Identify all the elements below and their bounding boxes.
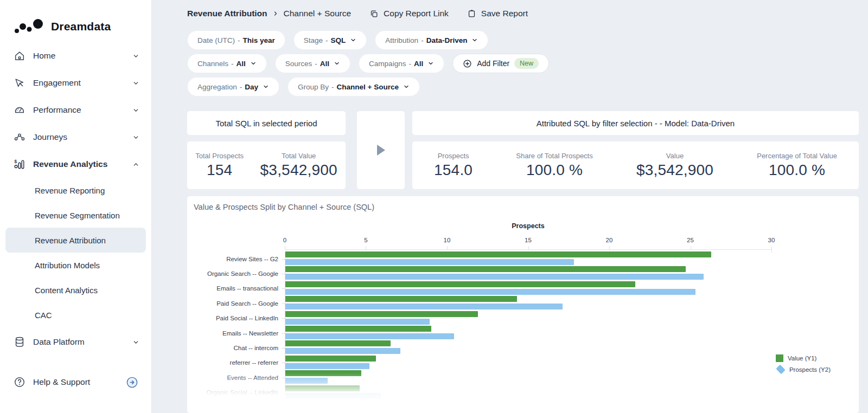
- prospects-bar[interactable]: [285, 259, 574, 265]
- breadcrumb: Revenue Attribution Channel + Source: [187, 9, 351, 18]
- filter-campaigns[interactable]: Campaigns - All: [359, 54, 444, 73]
- sidebar-item-revenue-attribution[interactable]: Revenue Attribution: [5, 228, 146, 253]
- value-bar[interactable]: [285, 356, 376, 362]
- stat-prospects: Prospects 154.0: [434, 152, 473, 179]
- stat-percentage-of-total-value: Percentage of Total Value 100.0 %: [757, 152, 837, 179]
- value-bar[interactable]: [285, 296, 517, 302]
- value-bar[interactable]: [285, 251, 711, 257]
- stat-value: 100.0 %: [757, 162, 837, 179]
- chart-bar-group: Paid Search -- Google: [285, 296, 771, 311]
- value-bar[interactable]: [285, 266, 686, 272]
- legend-item[interactable]: Prospects (Y2): [776, 364, 831, 375]
- sidebar-item-label: Journeys: [33, 132, 132, 142]
- sidebar-item-cac[interactable]: CAC: [5, 302, 146, 327]
- chart-bar-group: Review Sites -- G2: [285, 251, 771, 266]
- filter-separator: -: [315, 60, 317, 68]
- sidebar-item-performance[interactable]: Performance: [0, 96, 151, 124]
- value-bar[interactable]: [285, 326, 431, 332]
- cursor-icon: [13, 76, 26, 89]
- category-tick: [282, 378, 285, 378]
- filter-sources[interactable]: Sources - All: [275, 54, 350, 73]
- chart-bar-group: Emails -- transactional: [285, 281, 771, 296]
- chevron-down-icon: [427, 60, 434, 67]
- sidebar-item-journeys[interactable]: Journeys: [0, 124, 151, 151]
- legend-item[interactable]: Value (Y1): [776, 352, 831, 364]
- stat-label: Value: [636, 152, 713, 160]
- sidebar-item-revenue-analytics[interactable]: $ Revenue Analytics: [0, 151, 151, 178]
- save-report-button[interactable]: Save Report: [467, 9, 528, 18]
- stat-label: Total Prospects: [195, 152, 244, 160]
- sidebar-item-revenue-reporting[interactable]: Revenue Reporting: [5, 178, 146, 203]
- x-tick-label: 0: [283, 237, 286, 243]
- filter-label: Stage: [304, 36, 323, 44]
- category-tick: [282, 274, 285, 274]
- expand-arrow-panel[interactable]: [357, 111, 405, 189]
- stat-total-value: Total Value $3,542,900: [260, 152, 337, 179]
- sidebar-item-label: Home: [33, 51, 132, 61]
- stat-label: Prospects: [434, 152, 473, 160]
- value-bar[interactable]: [285, 370, 361, 376]
- sidebar-item-content-analytics[interactable]: Content Analytics: [5, 278, 146, 302]
- plus-circle-icon: [463, 59, 472, 68]
- sidebar-item-attribution-models[interactable]: Attribution Models: [5, 253, 146, 278]
- filter-value: Channel + Source: [337, 83, 399, 91]
- prospects-bar[interactable]: [285, 348, 400, 354]
- filter-value: This year: [243, 36, 275, 44]
- prospects-bar[interactable]: [285, 363, 369, 369]
- filter-aggregation[interactable]: Aggregation - Day: [187, 77, 279, 96]
- prospects-bar[interactable]: [285, 393, 381, 399]
- sidebar-item-home[interactable]: Home: [0, 42, 151, 69]
- filter-channels[interactable]: Channels - All: [187, 54, 267, 73]
- stat-total-prospects: Total Prospects 154: [195, 152, 244, 179]
- chevron-down-icon: [403, 83, 410, 90]
- category-tick: [282, 259, 285, 260]
- add-filter-button[interactable]: Add Filter New: [452, 54, 549, 73]
- sub-item-label: Revenue Reporting: [35, 186, 105, 195]
- copy-report-link-button[interactable]: Copy Report Link: [369, 9, 449, 18]
- filter-value: Day: [245, 83, 258, 91]
- filter-label: Sources: [285, 60, 312, 68]
- filter-separator: -: [231, 60, 234, 68]
- prospects-bar[interactable]: [285, 333, 454, 339]
- filter-attribution[interactable]: Attribution - Data-Driven: [375, 30, 488, 50]
- prospects-bar[interactable]: [285, 274, 704, 280]
- filter-label: Channels: [197, 60, 228, 68]
- value-bar[interactable]: [285, 340, 391, 346]
- chevron-down-icon: [132, 79, 139, 87]
- summary-cards: Total SQL in selected period Total Prosp…: [187, 111, 859, 189]
- sidebar-item-label: Help & Support: [33, 377, 126, 387]
- x-tick-mark: [528, 246, 529, 249]
- filter-value: Data-Driven: [426, 36, 468, 44]
- filter-value: All: [237, 60, 246, 68]
- value-bar[interactable]: [285, 281, 635, 287]
- arrow-right-circle-icon[interactable]: [126, 376, 138, 389]
- prospects-bar[interactable]: [285, 319, 430, 325]
- value-bar[interactable]: [285, 311, 478, 317]
- category-label: Emails -- transactional: [187, 285, 278, 292]
- total-sql-card-stats: Total Prospects 154 Total Value $3,542,9…: [187, 141, 346, 189]
- legend-label: Value (Y1): [788, 355, 816, 362]
- prospects-bar[interactable]: [285, 289, 695, 295]
- filter-row-1: Date (UTC) - This year Stage - SQL Attri…: [187, 30, 859, 50]
- copy-report-link-label: Copy Report Link: [384, 9, 449, 18]
- chevron-down-icon: [250, 60, 257, 67]
- value-bar[interactable]: [285, 385, 360, 391]
- prospects-bar[interactable]: [285, 304, 563, 309]
- filter-label: Campaigns: [369, 60, 406, 68]
- breadcrumb-page: Channel + Source: [284, 9, 352, 18]
- filter-group-by[interactable]: Group By - Channel + Source: [288, 77, 420, 96]
- sidebar-item-help-support[interactable]: Help & Support: [0, 369, 151, 396]
- filter-stage[interactable]: Stage - SQL: [293, 30, 367, 50]
- save-icon: [467, 9, 476, 18]
- brand-logo[interactable]: Dreamdata: [0, 0, 151, 42]
- sidebar-item-revenue-segmentation[interactable]: Revenue Segmentation: [5, 203, 146, 228]
- category-label: referrer -- referrer: [187, 359, 278, 366]
- x-tick-label: 5: [364, 237, 367, 243]
- sidebar-item-engagement[interactable]: Engagement: [0, 69, 151, 96]
- category-label: Organic Social -- LinkedIn: [187, 389, 278, 396]
- prospects-bar[interactable]: [285, 378, 328, 384]
- sidebar-item-data-platform[interactable]: Data Platform: [0, 328, 151, 356]
- filter-date[interactable]: Date (UTC) - This year: [187, 30, 285, 50]
- breadcrumb-section[interactable]: Revenue Attribution: [187, 9, 267, 18]
- sidebar-item-label: Engagement: [33, 78, 132, 88]
